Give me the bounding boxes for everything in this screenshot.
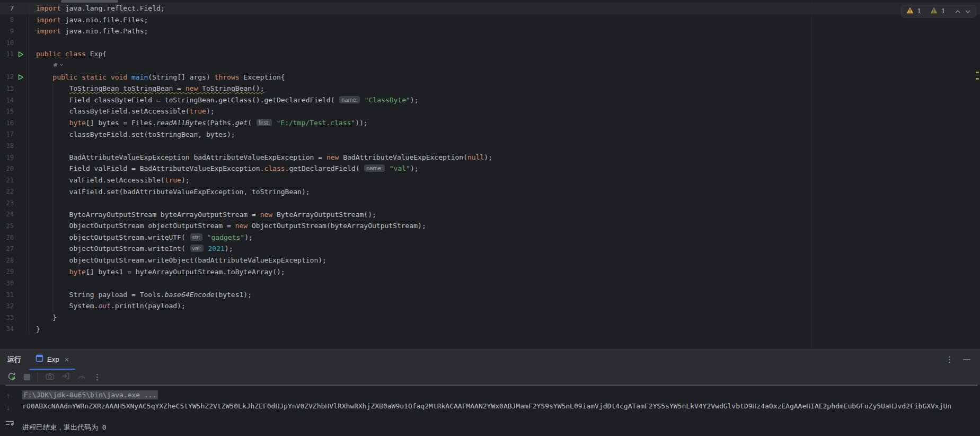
code-line[interactable]: 13 ToStringBean toStringBean = new ToStr…: [0, 83, 980, 94]
close-tab-icon[interactable]: ×: [64, 355, 69, 364]
tab-exp[interactable]: Exp ×: [29, 348, 75, 370]
line-number[interactable]: 22: [0, 188, 14, 195]
code-line[interactable]: 10: [0, 37, 980, 49]
line-number[interactable]: 23: [0, 199, 14, 207]
code-line[interactable]: 21 valField.setAccessible(true);: [0, 175, 980, 186]
line-number[interactable]: 12: [0, 73, 14, 81]
line-number[interactable]: 33: [0, 314, 14, 321]
line-number[interactable]: 27: [0, 245, 14, 252]
inlay-parameter-hint[interactable]: name:: [364, 164, 385, 172]
previous-problem-icon[interactable]: [955, 6, 961, 16]
soft-wrap-icon[interactable]: [5, 420, 15, 430]
code-line[interactable]: 26 objectOutputStream.writeUTF( str: "ga…: [0, 232, 980, 243]
code-line[interactable]: 28 objectOutputStream.writeObject(badAtt…: [0, 255, 980, 266]
gutter-cell[interactable]: 10: [0, 37, 29, 49]
line-number[interactable]: 16: [0, 119, 14, 127]
more-actions-icon[interactable]: ⋮: [93, 372, 101, 382]
gutter-cell[interactable]: 19: [0, 152, 29, 163]
line-number[interactable]: 30: [0, 280, 14, 287]
line-number[interactable]: 9: [0, 28, 14, 35]
line-number[interactable]: 20: [0, 165, 14, 172]
code-line[interactable]: 23: [0, 197, 980, 209]
code-line[interactable]: 19 BadAttributeValueExpException badAttr…: [0, 152, 980, 163]
gutter-cell[interactable]: 11: [0, 48, 29, 60]
inspections-widget[interactable]: 1 1: [901, 5, 976, 18]
line-number[interactable]: 18: [0, 142, 14, 150]
down-arrow-icon[interactable]: ↓: [6, 404, 10, 411]
line-number[interactable]: 8: [0, 16, 14, 23]
code-line[interactable]: 33 }: [0, 312, 980, 324]
gutter-cell[interactable]: 17: [0, 129, 29, 141]
inlay-parameter-hint[interactable]: val:: [190, 245, 204, 252]
gutter-cell[interactable]: 27: [0, 243, 29, 255]
run-console[interactable]: ↑ ↓ E:\JDK\jdk-8u65\bin\java.exe ... rO0…: [0, 386, 980, 436]
code-line[interactable]: 32 System.out.println(payload);: [0, 300, 980, 312]
line-number[interactable]: 10: [0, 39, 14, 47]
gutter-cell[interactable]: 33: [0, 312, 29, 324]
more-options-icon[interactable]: ⋮: [946, 348, 953, 370]
memory-gauge-icon[interactable]: [77, 372, 86, 382]
gutter-cell[interactable]: 34: [0, 324, 29, 335]
line-number[interactable]: 34: [0, 325, 14, 333]
line-number[interactable]: 28: [0, 257, 14, 264]
line-number[interactable]: 29: [0, 268, 14, 275]
command-line-folded[interactable]: E:\JDK\jdk-8u65\bin\java.exe ...: [22, 390, 158, 399]
code-line[interactable]: 22 valField.set(badAttributeValueExpExce…: [0, 186, 980, 198]
line-number[interactable]: 19: [0, 154, 14, 161]
minimize-icon[interactable]: [963, 359, 970, 360]
warning-icon[interactable]: [906, 6, 914, 16]
gutter-cell[interactable]: 13: [0, 83, 29, 94]
gutter-cell[interactable]: 12: [0, 72, 29, 83]
rerun-button[interactable]: [7, 372, 16, 383]
code-line[interactable]: 20 Field valField = BadAttributeValueExp…: [0, 163, 980, 175]
code-line[interactable]: 29 byte[] bytes1 = byteArrayOutputStream…: [0, 266, 980, 278]
code-line[interactable]: 34}: [0, 324, 980, 335]
gutter-cell[interactable]: 7: [0, 3, 29, 14]
inlay-parameter-hint[interactable]: name:: [339, 96, 360, 103]
code-line[interactable]: 25 ObjectOutputStream objectOutputStream…: [0, 220, 980, 232]
gutter-cell[interactable]: 15: [0, 106, 29, 117]
code-line[interactable]: [0, 60, 980, 72]
code-line[interactable]: 17 classByteField.set(toStringBean, byte…: [0, 129, 980, 141]
line-number[interactable]: 14: [0, 97, 14, 104]
code-line[interactable]: 16 byte[] bytes = Files.readAllBytes(Pat…: [0, 117, 980, 129]
warning-stripe-mark[interactable]: [976, 72, 979, 73]
warning-stripe-mark[interactable]: [976, 78, 979, 80]
line-number[interactable]: 15: [0, 108, 14, 115]
gutter-cell[interactable]: 20: [0, 163, 29, 175]
line-number[interactable]: 26: [0, 234, 14, 241]
gutter-cell[interactable]: 30: [0, 277, 29, 289]
gutter-cell[interactable]: 14: [0, 94, 29, 106]
gutter-cell[interactable]: 18: [0, 140, 29, 152]
code-editor[interactable]: 7import java.lang.reflect.Field;8import …: [0, 0, 980, 348]
inlay-parameter-hint[interactable]: str:: [190, 233, 202, 241]
inlay-parameter-hint[interactable]: first:: [257, 119, 272, 126]
gutter-cell[interactable]: 26: [0, 232, 29, 243]
line-number[interactable]: 25: [0, 222, 14, 230]
code-line[interactable]: 18: [0, 140, 980, 152]
line-number[interactable]: 17: [0, 130, 14, 138]
gutter-cell[interactable]: 32: [0, 300, 29, 312]
code-line[interactable]: 8import java.nio.file.Files;: [0, 14, 980, 26]
gutter-cell[interactable]: 31: [0, 289, 29, 301]
gutter-cell[interactable]: 25: [0, 220, 29, 232]
screenshot-icon[interactable]: [46, 372, 54, 382]
line-number[interactable]: 32: [0, 302, 14, 310]
gutter-cell[interactable]: 29: [0, 266, 29, 278]
code-vision-icon[interactable]: [52, 62, 64, 68]
gutter-cell[interactable]: [0, 60, 29, 72]
code-line[interactable]: 9import java.nio.file.Paths;: [0, 25, 980, 37]
line-number[interactable]: 13: [0, 85, 14, 92]
run-gutter-icon[interactable]: [14, 48, 28, 60]
gutter-cell[interactable]: 28: [0, 255, 29, 266]
line-number[interactable]: 31: [0, 291, 14, 299]
line-number[interactable]: 11: [0, 50, 14, 58]
gutter-cell[interactable]: 16: [0, 117, 29, 129]
gutter-cell[interactable]: 22: [0, 186, 29, 198]
weak-warning-icon[interactable]: [930, 6, 938, 16]
code-line[interactable]: 14 Field classByteField = toStringBean.g…: [0, 94, 980, 106]
up-arrow-icon[interactable]: ↑: [6, 392, 10, 399]
gutter-cell[interactable]: 9: [0, 25, 29, 37]
gutter-cell[interactable]: 21: [0, 175, 29, 186]
gutter-cell[interactable]: 24: [0, 209, 29, 221]
